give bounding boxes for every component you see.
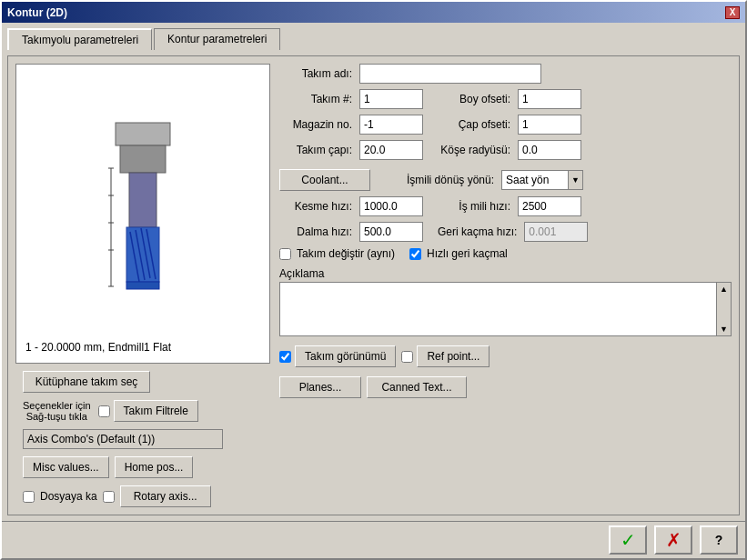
ref-point-checkbox[interactable] — [401, 351, 413, 363]
tool-svg — [97, 114, 188, 314]
kesme-hizi-input[interactable] — [359, 196, 423, 216]
misc-values-button[interactable]: Misc values... — [23, 456, 109, 478]
help-button[interactable]: ? — [700, 525, 738, 555]
boy-ofset-label: Boy ofseti: — [438, 93, 510, 105]
tab-kontur[interactable]: Kontur parametreleri — [154, 28, 280, 50]
home-pos-button[interactable]: Home pos... — [115, 456, 194, 478]
tool-label: 1 - 20.0000 mm, Endmill1 Flat — [25, 341, 171, 354]
checkbox-row: Takım değiştir (aynı) Hızlı geri kaçmal — [279, 247, 732, 260]
close-button[interactable]: X — [725, 6, 740, 19]
takim-no-row: Takım #: Boy ofseti: — [279, 89, 732, 109]
magazin-row: Magazin no. Çap ofseti: — [279, 115, 732, 135]
window-footer: ✓ ✗ ? — [2, 521, 745, 558]
tab-content: 1 - 20.0000 mm, Endmill1 Flat Kütüphane … — [7, 55, 740, 515]
svg-rect-2 — [129, 173, 156, 227]
magazin-no-input[interactable] — [359, 115, 423, 135]
window-title: Kontur (2D) — [7, 6, 67, 19]
kesme-hizi-row: Kesme hızı: İş mili hızı: — [279, 196, 732, 216]
takim-adi-row: Takım adı: — [279, 64, 732, 84]
takim-degistir-label: Takım değiştir (aynı) — [297, 247, 395, 260]
ismili-donus-arrow[interactable]: ▼ — [568, 171, 582, 189]
coolant-row: Coolant... İşmili dönüş yönü: Saat yön ▼ — [279, 169, 732, 191]
takim-no-label: Takım #: — [279, 93, 352, 105]
takim-gorunumu-checkbox[interactable] — [279, 351, 291, 363]
help-icon: ? — [715, 533, 723, 547]
ok-button[interactable]: ✓ — [609, 525, 647, 555]
scroll-up-button[interactable]: ▲ — [717, 283, 731, 295]
kesme-hizi-label: Kesme hızı: — [279, 200, 352, 213]
ref-point-button[interactable]: Ref point... — [417, 345, 490, 367]
rotary-axis-button[interactable]: Rotary axis... — [120, 485, 211, 507]
svg-rect-8 — [126, 282, 159, 289]
svg-rect-0 — [116, 123, 170, 145]
dosyaya-label: Dosyaya ka — [40, 490, 97, 503]
boy-ofset-input[interactable] — [518, 89, 581, 109]
cap-ofset-label: Çap ofseti: — [438, 118, 510, 131]
coolant-button[interactable]: Coolant... — [279, 169, 370, 191]
takim-gorunumu-button[interactable]: Takım görünümü — [295, 345, 396, 367]
cancel-button[interactable]: ✗ — [654, 525, 692, 555]
dalma-hizi-label: Dalma hızı: — [279, 225, 352, 238]
aciklama-label: Açıklama — [279, 267, 732, 280]
options-group: Seçenekler içinSağ-tuşu tıkla — [23, 400, 91, 422]
tab-toolpath[interactable]: Takımyolu parametreleri — [7, 28, 152, 50]
takim-degistir-checkbox[interactable] — [279, 248, 291, 260]
ismili-donus-select[interactable]: Saat yön ▼ — [501, 170, 583, 190]
dosyaya-checkbox[interactable] — [23, 491, 35, 503]
canned-text-button[interactable]: Canned Text... — [367, 376, 467, 398]
planes-button[interactable]: Planes... — [279, 376, 361, 398]
kose-radyusu-input[interactable] — [518, 140, 581, 160]
is-mili-hizi-input[interactable] — [518, 196, 581, 216]
geri-kacma-hizi-input[interactable] — [524, 222, 588, 242]
takim-no-input[interactable] — [359, 89, 423, 109]
options-hint: Seçenekler içinSağ-tuşu tıkla — [23, 400, 91, 422]
takim-capi-row: Takım çapı: Köşe radyüsü: — [279, 140, 732, 160]
main-window: Kontur (2D) X Takımyolu parametreleri Ko… — [0, 0, 747, 560]
aciklama-textarea[interactable] — [279, 282, 717, 336]
ok-icon: ✓ — [621, 529, 636, 551]
hizli-geri-label: Hızlı geri kaçmal — [427, 247, 508, 260]
dalma-hizi-row: Dalma hızı: Geri kaçma hızı: — [279, 222, 732, 242]
magazin-no-label: Magazin no. — [279, 118, 352, 131]
is-mili-hizi-label: İş mili hızı: — [438, 200, 510, 213]
takim-adi-input[interactable] — [359, 64, 541, 84]
kutuphane-takim-sec-button[interactable]: Kütüphane takım seç — [23, 371, 150, 393]
svg-rect-1 — [120, 145, 166, 173]
right-panel: Takım adı: Takım #: Boy ofseti: — [279, 64, 732, 507]
dalma-hizi-input[interactable] — [359, 222, 423, 242]
aciklama-area: Açıklama ▲ ▼ — [279, 267, 732, 336]
takim-capi-input[interactable] — [359, 140, 423, 160]
takim-filtrele-button[interactable]: Takım Filtrele — [114, 400, 198, 422]
cap-ofset-input[interactable] — [518, 115, 581, 135]
left-panel: 1 - 20.0000 mm, Endmill1 Flat Kütüphane … — [15, 64, 270, 507]
title-bar: Kontur (2D) X — [2, 2, 745, 23]
rotary-checkbox[interactable] — [103, 491, 115, 503]
cancel-icon: ✗ — [666, 529, 681, 551]
axis-combo-input[interactable] — [23, 429, 223, 449]
tab-bar: Takımyolu parametreleri Kontur parametre… — [7, 28, 740, 50]
window-body: Takımyolu parametreleri Kontur parametre… — [2, 23, 745, 521]
takim-capi-label: Takım çapı: — [279, 144, 352, 156]
kose-radyusu-label: Köşe radyüsü: — [438, 144, 510, 156]
hizli-geri-checkbox[interactable] — [409, 248, 421, 260]
geri-kacma-hizi-label: Geri kaçma hızı: — [438, 225, 517, 238]
ismili-donus-label: İşmili dönüş yönü: — [385, 174, 494, 186]
takim-adi-label: Takım adı: — [279, 67, 352, 80]
tool-image-area: 1 - 20.0000 mm, Endmill1 Flat — [15, 64, 270, 364]
scroll-down-button[interactable]: ▼ — [717, 323, 731, 335]
filter-checkbox[interactable] — [98, 405, 110, 417]
